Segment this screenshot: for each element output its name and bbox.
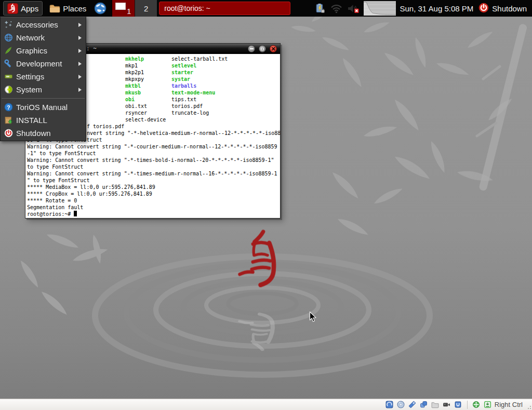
menu-separator [2, 98, 85, 99]
vbox-status-icons [385, 401, 492, 409]
system-icon [4, 85, 13, 94]
terminal-line: ***** CropBox = ll:0,0 ur:595.276,841.89 [27, 190, 280, 197]
menu-item-label: ToriOS Manual [16, 103, 83, 112]
torios-logo-icon [7, 3, 18, 14]
svg-text:?: ? [7, 104, 10, 111]
vbox-cd-icon[interactable] [397, 401, 405, 409]
power-icon [478, 3, 489, 15]
workspace-1[interactable]: 1 [112, 0, 135, 17]
panel-shutdown-button[interactable]: Shutdown [478, 3, 527, 15]
menu-item-label: Development [16, 59, 78, 68]
vbox-status-bar: Right Ctrl [0, 399, 532, 410]
panel-clock[interactable]: Sun, 31 Aug 5:08 PM [400, 4, 474, 13]
places-folder-icon [49, 4, 60, 13]
submenu-arrow-icon [78, 88, 82, 92]
host-key-label: Right Ctrl [495, 401, 523, 408]
vbox-hdd-icon[interactable] [385, 401, 394, 409]
taskbar-terminal-label: root@torios: ~ [164, 4, 210, 12]
submenu-arrow-icon [78, 36, 82, 40]
menu-item-network[interactable]: Network [1, 31, 86, 44]
terminal-line: -1" to type FontStruct [27, 150, 280, 157]
submenu-arrow-icon [78, 75, 82, 79]
menu-item-development[interactable]: Development [1, 57, 86, 70]
terminal-line: Warning: Cannot convert string "-*-times… [27, 170, 280, 177]
menu-item-install[interactable]: INSTALL [1, 114, 86, 127]
menu-item-label: Settings [16, 72, 78, 81]
submenu-arrow-icon [78, 62, 82, 66]
terminal-line: to type FontStruct [27, 163, 280, 170]
workspace-2[interactable]: 2 [135, 0, 157, 17]
workspace-pager: 1 2 [112, 0, 157, 17]
vbox-usb-icon[interactable] [408, 401, 417, 409]
system-tray [315, 1, 396, 16]
terminal-line: root@torios:~# [27, 211, 280, 217]
graphics-icon [4, 46, 13, 56]
wifi-icon[interactable] [330, 4, 342, 13]
maximize-icon[interactable] [259, 45, 266, 52]
places-button[interactable]: Places [46, 1, 90, 16]
workspace-1-number: 1 [127, 7, 131, 16]
taskbar-terminal-button[interactable]: root@torios: ~ [159, 2, 290, 15]
vbox-cam-icon[interactable] [443, 401, 451, 409]
vbox-mouse-icon[interactable] [472, 401, 481, 409]
resize-grip[interactable] [525, 403, 531, 409]
menu-item-settings[interactable]: Settings [1, 70, 86, 83]
vbox-chip-icon[interactable] [454, 401, 462, 409]
menu-item-system[interactable]: System [1, 83, 86, 96]
vbox-folder-icon[interactable] [431, 401, 440, 409]
close-icon[interactable]: ✕ [270, 45, 277, 52]
menu-item-label: System [16, 85, 78, 94]
menu-item-shutdown[interactable]: Shutdown [1, 127, 86, 140]
apps-menu-button[interactable]: Apps [3, 1, 43, 16]
shutdown-menu-icon [4, 129, 13, 138]
menu-item-label: Graphics [16, 46, 78, 55]
vbox-net-icon[interactable] [420, 401, 428, 409]
terminal-line: Warning: Cannot convert string "-*-times… [27, 157, 280, 163]
volume-muted-icon[interactable] [347, 4, 359, 13]
menu-item-label: Shutdown [16, 129, 83, 138]
places-label: Places [63, 4, 86, 13]
menu-item-accessories[interactable]: Accessories [1, 18, 86, 31]
submenu-arrow-icon [78, 23, 82, 27]
battery-icon[interactable] [315, 3, 326, 14]
terminal-line: ***** MediaBox = ll:0,0 ur:595.276,841.8… [27, 184, 280, 190]
accessories-icon [4, 20, 13, 30]
web-browser-icon[interactable] [94, 2, 107, 15]
settings-icon [4, 72, 13, 81]
window-thumbnail-icon [115, 3, 126, 10]
vbox-kbd-icon[interactable] [484, 401, 492, 409]
manual-icon: ? [4, 103, 13, 112]
menu-item-label: Accessories [16, 20, 78, 29]
terminal-title: : ~ [86, 45, 97, 52]
terminal-line: Warning: Cannot convert string "-*-couri… [27, 143, 280, 150]
menu-item-graphics[interactable]: Graphics [1, 44, 86, 57]
top-panel: Apps Places 1 2 root@torios: ~ Sun, 31 A… [0, 0, 532, 17]
mouse-cursor [309, 311, 317, 325]
statusbar-separator [467, 401, 468, 409]
terminal-line: Segmentation fault [27, 204, 280, 211]
apps-menu-label: Apps [21, 4, 38, 13]
menu-item-torios-manual[interactable]: ?ToriOS Manual [1, 101, 86, 114]
panel-shutdown-label: Shutdown [492, 4, 527, 13]
development-icon [4, 59, 13, 69]
terminal-cursor [74, 211, 77, 216]
workspace-2-number: 2 [144, 4, 148, 13]
cpu-graph-icon[interactable] [364, 1, 396, 16]
network-icon [4, 33, 13, 43]
menu-item-label: INSTALL [16, 116, 83, 125]
menu-item-label: Network [16, 33, 78, 42]
terminal-line: " to type FontStruct [27, 177, 280, 184]
install-icon [4, 116, 13, 125]
submenu-arrow-icon [78, 49, 82, 53]
apps-menu: AccessoriesNetworkGraphicsDevelopmentSet… [0, 17, 86, 141]
minimize-icon[interactable] [248, 45, 255, 52]
terminal-line: ***** Rotate = 0 [27, 197, 280, 204]
